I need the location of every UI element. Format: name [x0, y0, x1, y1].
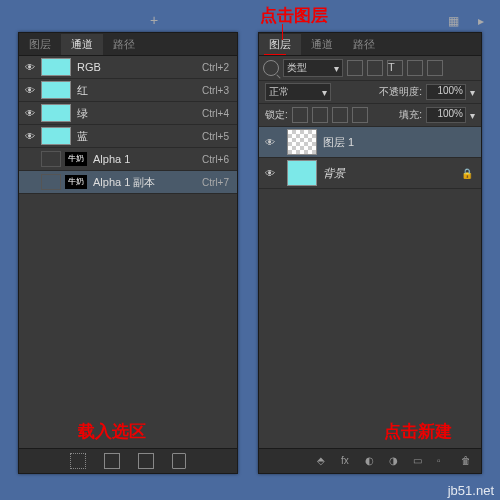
- tab-bar: 图层 通道 路径: [19, 33, 237, 56]
- channel-row[interactable]: 牛奶Alpha 1 副本Ctrl+7: [19, 171, 237, 194]
- channel-row[interactable]: 👁绿Ctrl+4: [19, 102, 237, 125]
- annotation-click-layer: 点击图层: [260, 4, 328, 27]
- filter-smart-icon[interactable]: [427, 60, 443, 76]
- channels-panel: 图层 通道 路径 👁RGBCtrl+2 👁红Ctrl+3 👁绿Ctrl+4 👁蓝…: [18, 32, 238, 474]
- opacity-field[interactable]: 100%: [426, 84, 466, 100]
- search-icon[interactable]: [263, 60, 279, 76]
- visibility-icon[interactable]: 👁: [19, 85, 41, 96]
- channel-list: 👁RGBCtrl+2 👁红Ctrl+3 👁绿Ctrl+4 👁蓝Ctrl+5 牛奶…: [19, 56, 237, 194]
- blend-mode-label: 正常: [269, 85, 289, 99]
- layer-name: 图层 1: [323, 135, 354, 150]
- channel-row[interactable]: 👁红Ctrl+3: [19, 79, 237, 102]
- lock-position-icon[interactable]: [332, 107, 348, 123]
- channel-swatch: [41, 81, 71, 99]
- lock-icon: 🔒: [461, 168, 473, 179]
- fill-field[interactable]: 100%: [426, 107, 466, 123]
- channel-row[interactable]: 👁蓝Ctrl+5: [19, 125, 237, 148]
- layer-list: 👁 图层 1 👁 背景 🔒: [259, 127, 481, 189]
- delete-icon[interactable]: 🗑: [461, 455, 473, 467]
- channel-name: 红: [77, 83, 202, 98]
- lock-pixels-icon[interactable]: [312, 107, 328, 123]
- layer-row[interactable]: 👁 背景 🔒: [259, 158, 481, 189]
- chevron-down-icon: ▾: [334, 63, 339, 74]
- layer-thumb: [287, 160, 317, 186]
- blend-opacity-row: 正常▾ 不透明度: 100% ▾: [259, 81, 481, 104]
- load-selection-icon[interactable]: [70, 453, 86, 469]
- lock-all-icon[interactable]: [352, 107, 368, 123]
- channel-swatch: [41, 127, 71, 145]
- add-icon[interactable]: +: [150, 12, 158, 28]
- filter-adjust-icon[interactable]: [367, 60, 383, 76]
- chevron-down-icon[interactable]: ▾: [470, 87, 475, 98]
- new-channel-icon[interactable]: [138, 453, 154, 469]
- channel-shortcut: Ctrl+4: [202, 108, 229, 119]
- layer-filter-row: 类型▾ T: [259, 56, 481, 81]
- selection-box: [41, 174, 61, 190]
- channel-name: Alpha 1 副本: [93, 175, 202, 190]
- new-layer-icon[interactable]: ▫: [437, 455, 449, 467]
- blend-mode-select[interactable]: 正常▾: [265, 83, 331, 101]
- selection-box: [41, 151, 61, 167]
- layer-row[interactable]: 👁 图层 1: [259, 127, 481, 158]
- tab-bar: 图层 通道 路径: [259, 33, 481, 56]
- group-icon[interactable]: ▭: [413, 455, 425, 467]
- visibility-icon[interactable]: 👁: [259, 168, 281, 179]
- channel-shortcut: Ctrl+3: [202, 85, 229, 96]
- chevron-down-icon[interactable]: ▾: [470, 110, 475, 121]
- channel-row[interactable]: 👁RGBCtrl+2: [19, 56, 237, 79]
- opacity-label: 不透明度:: [379, 85, 422, 99]
- channel-name: 蓝: [77, 129, 202, 144]
- channel-name: 绿: [77, 106, 202, 121]
- mask-icon[interactable]: ◐: [365, 455, 377, 467]
- lock-fill-row: 锁定: 填充: 100% ▾: [259, 104, 481, 127]
- layers-panel: 图层 通道 路径 类型▾ T 正常▾ 不透明度: 100% ▾ 锁定: 填充: …: [258, 32, 482, 474]
- channel-swatch: [41, 58, 71, 76]
- layer-name: 背景: [323, 166, 345, 181]
- channel-row[interactable]: 牛奶Alpha 1Ctrl+6: [19, 148, 237, 171]
- fill-label: 填充:: [399, 108, 422, 122]
- channel-shortcut: Ctrl+2: [202, 62, 229, 73]
- filter-shape-icon[interactable]: [407, 60, 423, 76]
- layer-thumb: [287, 129, 317, 155]
- top-toolbar-icons: ▦ ▸: [448, 14, 492, 28]
- channels-footer: [19, 448, 237, 473]
- tab-paths[interactable]: 路径: [343, 34, 385, 55]
- filter-pixel-icon[interactable]: [347, 60, 363, 76]
- alpha-thumb: 牛奶: [65, 152, 87, 166]
- visibility-icon[interactable]: 👁: [19, 108, 41, 119]
- chevron-down-icon: ▾: [322, 87, 327, 98]
- annotation-load-selection: 载入选区: [78, 420, 146, 443]
- tab-paths[interactable]: 路径: [103, 34, 145, 55]
- tab-channels[interactable]: 通道: [301, 34, 343, 55]
- channel-shortcut: Ctrl+7: [202, 177, 229, 188]
- watermark: jb51.net: [448, 483, 494, 498]
- delete-icon[interactable]: [172, 453, 186, 469]
- tab-channels[interactable]: 通道: [61, 34, 103, 55]
- visibility-icon[interactable]: 👁: [19, 131, 41, 142]
- lock-label: 锁定:: [265, 108, 288, 122]
- channel-swatch: [41, 104, 71, 122]
- filter-type-select[interactable]: 类型▾: [283, 59, 343, 77]
- annotation-click-new: 点击新建: [384, 420, 452, 443]
- visibility-icon[interactable]: 👁: [19, 62, 41, 73]
- adjustment-icon[interactable]: ◑: [389, 455, 401, 467]
- lock-transparent-icon[interactable]: [292, 107, 308, 123]
- save-selection-icon[interactable]: [104, 453, 120, 469]
- channel-name: RGB: [77, 61, 202, 73]
- tab-layers[interactable]: 图层: [19, 34, 61, 55]
- alpha-thumb: 牛奶: [65, 175, 87, 189]
- layers-footer: ⬘ fx ◐ ◑ ▭ ▫ 🗑: [259, 448, 481, 473]
- channel-shortcut: Ctrl+5: [202, 131, 229, 142]
- filter-type-icon[interactable]: T: [387, 60, 403, 76]
- fx-icon[interactable]: fx: [341, 455, 353, 467]
- visibility-icon[interactable]: 👁: [259, 137, 281, 148]
- tab-layers[interactable]: 图层: [259, 34, 301, 55]
- filter-label: 类型: [287, 61, 307, 75]
- channel-shortcut: Ctrl+6: [202, 154, 229, 165]
- link-icon[interactable]: ⬘: [317, 455, 329, 467]
- annotation-line: [264, 54, 286, 55]
- channel-name: Alpha 1: [93, 153, 202, 165]
